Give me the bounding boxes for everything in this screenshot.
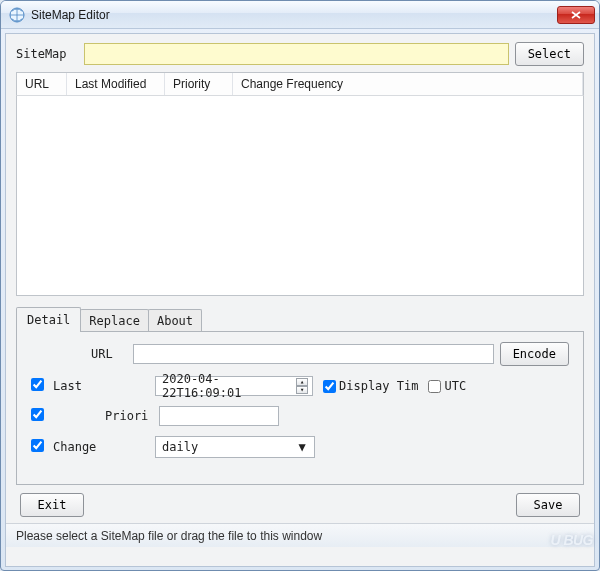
lastmod-datetime[interactable]: 2020-04-22T16:09:01 ▴ ▾ [155,376,313,396]
sitemap-path-input[interactable] [84,43,509,65]
grid-header[interactable]: URL Last Modified Priority Change Freque… [16,72,584,96]
save-button[interactable]: Save [516,493,580,517]
lastmod-checkbox[interactable] [31,378,44,391]
col-change-frequency[interactable]: Change Frequency [233,73,583,95]
client-area: SiteMap Select URL Last Modified Priorit… [5,33,595,567]
datetime-spinner[interactable]: ▴ ▾ [296,378,308,394]
app-icon [9,7,25,23]
tab-strip: Detail Replace About [16,306,584,331]
close-button[interactable] [557,6,595,24]
spinner-up-icon[interactable]: ▴ [296,378,308,386]
priority-input[interactable] [159,406,279,426]
lastmod-value: 2020-04-22T16:09:01 [162,372,293,400]
encode-button[interactable]: Encode [500,342,569,366]
display-time-label: Display Tim [339,379,418,393]
tab-about[interactable]: About [148,309,202,332]
priority-label: Priori [105,409,159,423]
col-priority[interactable]: Priority [165,73,233,95]
titlebar[interactable]: SiteMap Editor [1,1,599,29]
display-time-checkbox[interactable] [323,380,336,393]
tab-replace[interactable]: Replace [80,309,149,332]
grid-body[interactable] [16,96,584,296]
close-icon [571,11,581,19]
window-frame: SiteMap Editor SiteMap Select URL Last M… [0,0,600,571]
select-button[interactable]: Select [515,42,584,66]
change-label: Change [53,440,101,454]
row-lastmod: Last 2020-04-22T16:09:01 ▴ ▾ Display Tim [31,376,569,396]
row-change: Change daily ▼ [31,436,569,458]
url-label: URL [91,347,129,361]
sitemap-label: SiteMap [16,47,78,61]
chevron-down-icon: ▼ [294,440,310,454]
tabs-wrap: Detail Replace About URL Encode Last 202… [16,306,584,485]
lastmod-label: Last [53,379,101,393]
window-title: SiteMap Editor [31,8,110,22]
status-bar: Please select a SiteMap file or drag the… [6,523,594,547]
col-last-modified[interactable]: Last Modified [67,73,165,95]
exit-button[interactable]: Exit [20,493,84,517]
status-text: Please select a SiteMap file or drag the… [16,529,322,543]
change-frequency-combo[interactable]: daily ▼ [155,436,315,458]
change-checkbox[interactable] [31,439,44,452]
url-input[interactable] [133,344,494,364]
row-url: URL Encode [31,342,569,366]
utc-group: UTC [428,379,476,393]
row-priority: Priori [31,406,569,426]
change-value: daily [162,440,198,454]
file-row: SiteMap Select [6,34,594,72]
grid-wrap: URL Last Modified Priority Change Freque… [6,72,594,296]
utc-label: UTC [444,379,466,393]
tab-detail[interactable]: Detail [16,307,81,332]
col-url[interactable]: URL [17,73,67,95]
priority-checkbox[interactable] [31,408,44,421]
utc-checkbox[interactable] [428,380,441,393]
titlebar-left: SiteMap Editor [9,7,110,23]
display-time-group: Display Tim [323,379,428,393]
bottom-bar: Exit Save [6,485,594,521]
tab-panel-detail: URL Encode Last 2020-04-22T16:09:01 ▴ ▾ [16,331,584,485]
spinner-down-icon[interactable]: ▾ [296,386,308,394]
